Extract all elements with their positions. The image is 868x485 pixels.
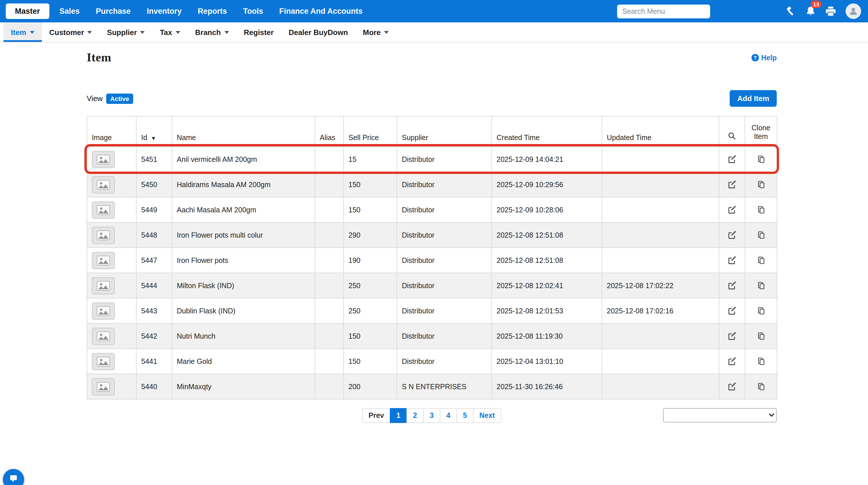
help-label: Help <box>761 54 777 62</box>
edit-item-button[interactable] <box>726 204 737 215</box>
item-supplier: Distributor <box>397 147 492 172</box>
clone-item-button[interactable] <box>756 280 766 291</box>
item-name: Haldirams Masala AM 200gm <box>172 172 315 197</box>
sub-nav-item-more[interactable]: More <box>355 22 396 42</box>
chat-button[interactable] <box>3 469 24 485</box>
item-created-time: 2025-12-04 13:01:10 <box>492 349 602 374</box>
column-header-image: Image <box>87 116 136 147</box>
table-row: 5447Iron Flower pots190Distributor2025-1… <box>87 248 777 273</box>
item-created-time: 2025-12-08 12:01:53 <box>492 298 602 323</box>
top-nav: MasterSalesPurchaseInventoryReportsTools… <box>0 0 868 22</box>
search-icon[interactable] <box>728 134 736 142</box>
item-supplier: Distributor <box>397 172 492 197</box>
sub-nav: Item Customer Supplier Tax Branch Regist… <box>0 22 868 42</box>
edit-item-button[interactable] <box>726 381 737 392</box>
item-supplier: S N ENTERPRISES <box>397 374 492 399</box>
pagination-next-button[interactable]: Next <box>473 408 501 423</box>
pagination-prev-button[interactable]: Prev <box>362 408 391 423</box>
item-updated-time <box>602 172 719 197</box>
add-item-button[interactable]: Add Item <box>730 90 777 107</box>
item-alias <box>315 248 344 273</box>
item-name: MinMaxqty <box>172 374 315 399</box>
column-header-clone-item: Clone Item <box>745 116 777 147</box>
edit-item-button[interactable] <box>726 179 737 190</box>
clone-item-button[interactable] <box>756 255 766 266</box>
sub-nav-item-register[interactable]: Register <box>236 22 281 42</box>
edit-item-button[interactable] <box>726 280 737 291</box>
top-nav-item-tools[interactable]: Tools <box>235 7 271 15</box>
item-name: Aachi Masala AM 200gm <box>172 197 315 222</box>
item-supplier: Distributor <box>397 323 492 349</box>
edit-item-button[interactable] <box>726 356 737 367</box>
item-alias <box>315 147 344 172</box>
item-updated-time: 2025-12-08 17:02:16 <box>602 298 719 323</box>
edit-item-button[interactable] <box>726 230 737 240</box>
pagination-page-3[interactable]: 3 <box>423 408 440 423</box>
item-updated-time <box>602 147 719 172</box>
top-nav-item-purchase[interactable]: Purchase <box>88 7 139 15</box>
column-header-id[interactable]: Id ▼ <box>136 116 172 147</box>
view-active-badge[interactable]: Active <box>106 93 133 104</box>
search-input[interactable] <box>617 4 710 18</box>
pagination-page-2[interactable]: 2 <box>406 408 424 423</box>
sub-nav-item-dealer-buydown[interactable]: Dealer BuyDown <box>281 22 355 42</box>
top-nav-item-reports[interactable]: Reports <box>190 7 235 15</box>
item-sell-price: 250 <box>344 298 397 323</box>
top-nav-item-master[interactable]: Master <box>6 3 49 19</box>
item-sell-price: 150 <box>344 349 397 374</box>
item-alias <box>315 273 344 298</box>
item-alias <box>315 374 344 399</box>
item-updated-time <box>602 323 719 349</box>
top-nav-item-inventory[interactable]: Inventory <box>138 7 190 15</box>
pagination: Prev12345Next <box>362 408 501 423</box>
chevron-down-icon <box>88 31 92 34</box>
bell-icon[interactable]: 13 <box>805 6 816 17</box>
item-name: Anil vermicelli AM 200gm <box>172 147 315 172</box>
edit-item-button[interactable] <box>726 305 737 316</box>
help-link[interactable]: ? Help <box>751 54 777 62</box>
item-supplier: Distributor <box>397 222 492 248</box>
sub-nav-item-branch[interactable]: Branch <box>188 22 237 42</box>
item-created-time: 2025-11-30 16:26:46 <box>492 374 602 399</box>
pagination-page-4[interactable]: 4 <box>440 408 457 423</box>
pagination-page-5[interactable]: 5 <box>456 408 474 423</box>
column-header-supplier: Supplier <box>397 116 492 147</box>
item-name: Nutri Munch <box>172 323 315 349</box>
clone-item-button[interactable] <box>756 230 766 240</box>
hammer-icon[interactable] <box>785 6 796 17</box>
top-nav-item-sales[interactable]: Sales <box>51 7 88 15</box>
sort-desc-icon: ▼ <box>151 135 156 141</box>
item-sell-price: 15 <box>344 147 397 172</box>
item-alias <box>315 222 344 248</box>
column-header-name: Name <box>172 116 315 147</box>
item-alias <box>315 172 344 197</box>
clone-item-button[interactable] <box>756 305 766 316</box>
clone-item-button[interactable] <box>756 179 766 190</box>
printer-icon[interactable] <box>826 6 836 16</box>
item-table: ImageId ▼NameAliasSell PriceSupplierCrea… <box>87 116 777 399</box>
sub-nav-item-customer[interactable]: Customer <box>42 22 99 42</box>
avatar[interactable] <box>846 3 861 19</box>
item-updated-time: 2025-12-08 17:02:22 <box>602 273 719 298</box>
pagination-page-1[interactable]: 1 <box>390 408 407 423</box>
top-nav-item-finance-and-accounts[interactable]: Finance And Accounts <box>271 7 371 15</box>
sub-nav-item-tax[interactable]: Tax <box>152 22 188 42</box>
sub-nav-item-supplier[interactable]: Supplier <box>100 22 152 42</box>
sub-nav-item-item[interactable]: Item <box>3 22 42 42</box>
page-size-select[interactable] <box>663 408 777 422</box>
clone-item-button[interactable] <box>756 331 766 342</box>
edit-item-button[interactable] <box>726 154 737 165</box>
item-image-placeholder <box>92 378 115 395</box>
clone-item-button[interactable] <box>756 356 766 367</box>
edit-item-button[interactable] <box>726 331 737 342</box>
clone-item-button[interactable] <box>756 154 766 165</box>
search-column-header[interactable] <box>719 116 745 147</box>
item-updated-time <box>602 374 719 399</box>
item-name: Milton Flask (IND) <box>172 273 315 298</box>
item-sell-price: 150 <box>344 172 397 197</box>
view-row: View Active Add Item <box>87 90 777 107</box>
edit-item-button[interactable] <box>726 255 737 266</box>
clone-item-button[interactable] <box>756 381 766 392</box>
item-sell-price: 200 <box>344 374 397 399</box>
clone-item-button[interactable] <box>756 204 766 215</box>
